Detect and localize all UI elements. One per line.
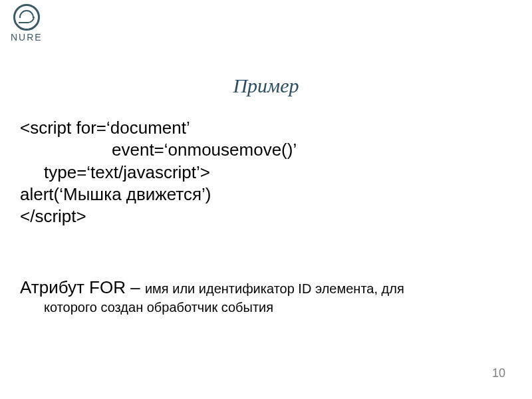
logo: NURE: [11, 4, 43, 43]
code-line-4: alert(‘Мышка движется’): [20, 184, 512, 205]
footnote: Атрибут FOR – имя или идентификатор ID э…: [20, 277, 512, 316]
footnote-rest: имя или идентификатор ID элемента, для: [145, 281, 404, 296]
code-line-3: type=‘text/javascript’>: [20, 162, 512, 184]
logo-text: NURE: [11, 32, 43, 43]
footnote-cont: которого создан обработчик события: [20, 299, 512, 317]
slide-body: <script for=‘document’ event=‘onmousemov…: [20, 117, 512, 316]
code-line-1: <script for=‘document’: [20, 117, 512, 139]
code-line-2: event=‘onmousemove()’: [20, 139, 512, 161]
footnote-lead: Атрибут FOR –: [20, 277, 145, 297]
slide-title: Пример: [0, 74, 532, 97]
page-number: 10: [492, 366, 505, 380]
logo-icon: [13, 4, 40, 31]
code-line-5: </script>: [20, 205, 512, 227]
